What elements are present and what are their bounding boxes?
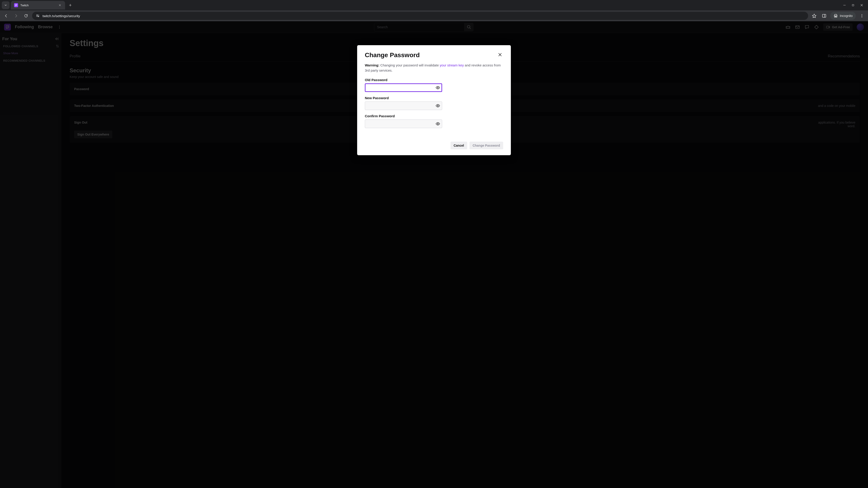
- tab-close-button[interactable]: [58, 3, 62, 7]
- panel-icon: [822, 13, 827, 18]
- arrow-right-icon: [14, 14, 18, 18]
- url-text: twitch.tv/settings/security: [42, 14, 80, 18]
- old-password-label: Old Password: [365, 78, 503, 82]
- tab-search-button[interactable]: [2, 1, 9, 9]
- window-minimize-button[interactable]: [843, 3, 846, 7]
- toggle-confirm-password-visibility[interactable]: [435, 121, 440, 126]
- address-bar[interactable]: twitch.tv/settings/security: [32, 12, 808, 20]
- close-icon: [59, 4, 61, 6]
- change-password-modal: Change Password Warning: Changing your p…: [357, 45, 511, 155]
- window-close-button[interactable]: [860, 3, 864, 7]
- old-password-input[interactable]: [365, 84, 442, 92]
- change-password-button[interactable]: Change Password: [469, 142, 503, 149]
- warning-label: Warning:: [365, 63, 379, 67]
- warning-text-pre: Changing your password will invalidate: [380, 63, 440, 67]
- twitch-favicon: [14, 3, 18, 7]
- confirm-password-label: Confirm Password: [365, 114, 503, 118]
- tab-title: Twitch: [20, 4, 56, 7]
- reload-icon: [24, 14, 28, 18]
- modal-close-button[interactable]: [497, 52, 503, 58]
- arrow-left-icon: [4, 14, 8, 18]
- forward-button[interactable]: [12, 12, 20, 20]
- browser-tab-strip: Twitch: [0, 0, 868, 10]
- modal-title: Change Password: [365, 52, 420, 59]
- svg-point-22: [862, 17, 862, 18]
- side-panel-button[interactable]: [820, 12, 828, 20]
- plus-icon: [69, 4, 72, 7]
- svg-marker-14: [812, 14, 816, 18]
- toggle-new-password-visibility[interactable]: [435, 103, 440, 108]
- reload-button[interactable]: [22, 12, 30, 20]
- new-password-input[interactable]: [365, 101, 442, 110]
- cancel-button[interactable]: Cancel: [451, 142, 467, 149]
- star-icon: [812, 13, 816, 18]
- confirm-password-input[interactable]: [365, 120, 442, 128]
- incognito-indicator[interactable]: Incognito: [830, 12, 856, 20]
- kebab-icon: [860, 14, 864, 18]
- minimize-icon: [843, 4, 846, 7]
- svg-point-36: [437, 87, 438, 88]
- toggle-old-password-visibility[interactable]: [435, 85, 440, 90]
- modal-warning: Warning: Changing your password will inv…: [365, 63, 503, 73]
- svg-point-21: [862, 15, 862, 16]
- incognito-label: Incognito: [840, 14, 852, 18]
- svg-rect-5: [852, 4, 854, 6]
- new-tab-button[interactable]: [67, 2, 74, 8]
- incognito-icon: [833, 13, 838, 18]
- svg-point-20: [862, 14, 862, 15]
- chevron-down-icon: [4, 4, 7, 7]
- svg-point-37: [437, 105, 438, 106]
- window-maximize-button[interactable]: [851, 3, 855, 7]
- eye-icon: [436, 86, 440, 90]
- svg-point-38: [437, 123, 438, 125]
- site-controls-icon[interactable]: [35, 13, 40, 18]
- stream-key-link[interactable]: your stream key: [440, 63, 464, 67]
- svg-rect-15: [823, 14, 826, 17]
- browser-tab[interactable]: Twitch: [11, 1, 65, 9]
- browser-toolbar: twitch.tv/settings/security Incognito: [0, 10, 868, 21]
- close-icon: [498, 53, 502, 57]
- browser-menu-button[interactable]: [858, 12, 866, 20]
- eye-icon: [436, 122, 440, 126]
- eye-icon: [436, 103, 440, 108]
- back-button[interactable]: [2, 12, 10, 20]
- new-password-label: New Password: [365, 96, 503, 100]
- maximize-icon: [852, 4, 855, 6]
- close-icon: [860, 4, 863, 7]
- bookmark-button[interactable]: [810, 12, 818, 20]
